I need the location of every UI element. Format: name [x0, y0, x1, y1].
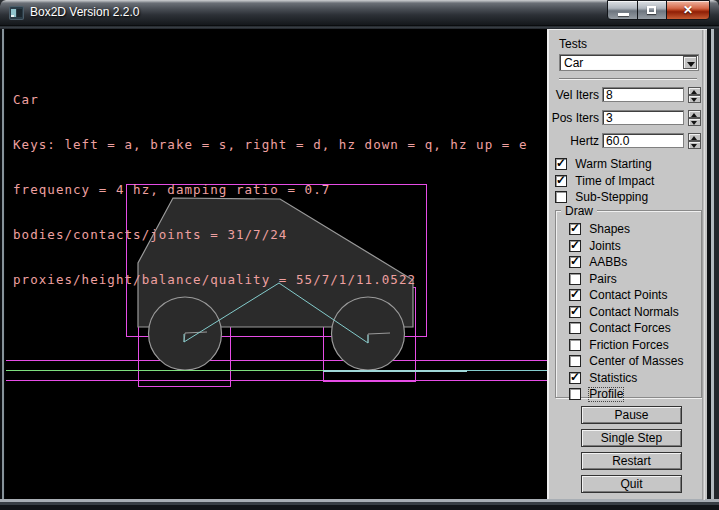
pause-button[interactable]: Pause: [581, 406, 682, 424]
hertz-stepper[interactable]: [688, 133, 701, 149]
maximize-button[interactable]: [637, 0, 667, 20]
contact-normals-label: Contact Normals: [589, 306, 678, 319]
hud-frequency: frequency = 4 hz, damping ratio = 0.7: [13, 182, 528, 197]
tests-label: Tests: [559, 37, 587, 51]
pairs-checkbox[interactable]: [569, 273, 581, 285]
action-buttons: Pause Single Step Restart Quit: [581, 406, 682, 498]
spinner-down-icon[interactable]: [688, 141, 701, 149]
statistics-checkbox[interactable]: [569, 372, 581, 384]
friction-forces-checkbox[interactable]: [569, 339, 581, 351]
maximize-icon: [647, 6, 656, 14]
hertz-input[interactable]: [602, 133, 684, 148]
statistics-label: Statistics: [589, 372, 637, 385]
contact-points-row[interactable]: Contact Points: [569, 289, 683, 301]
panel-right-groove: [702, 30, 705, 500]
pos-iters-input[interactable]: [602, 110, 684, 125]
minimize-button[interactable]: [607, 0, 638, 20]
app-window: Box2D Version 2.2.0 ✕: [0, 0, 719, 510]
titlebar[interactable]: Box2D Version 2.2.0 ✕: [0, 0, 719, 26]
window-title: Box2D Version 2.2.0: [30, 0, 139, 26]
vel-iters-input[interactable]: [602, 87, 684, 102]
quit-button[interactable]: Quit: [581, 475, 682, 493]
warm-starting-row[interactable]: Warm Starting: [555, 158, 654, 170]
contact-forces-checkbox[interactable]: [569, 322, 581, 334]
shapes-checkbox[interactable]: [569, 223, 581, 235]
time-of-impact-row[interactable]: Time of Impact: [555, 175, 654, 187]
joints-label: Joints: [589, 240, 620, 253]
hertz-label: Hertz: [549, 134, 599, 148]
app-icon: [9, 6, 24, 20]
warm-starting-label: Warm Starting: [575, 158, 651, 171]
tests-dropdown-button[interactable]: [683, 56, 697, 69]
contact-points-checkbox[interactable]: [569, 289, 581, 301]
vel-iters-label: Vel Iters: [549, 88, 599, 102]
debug-hud-text: Car Keys: left = a, brake = s, right = d…: [13, 62, 528, 317]
panel-separator: [559, 78, 697, 80]
friction-forces-row[interactable]: Friction Forces: [569, 339, 683, 351]
shapes-row[interactable]: Shapes: [569, 223, 683, 235]
hud-keys-help: Keys: left = a, brake = s, right = d, hz…: [13, 137, 528, 152]
statistics-row[interactable]: Statistics: [569, 372, 683, 384]
aabbs-label: AABBs: [589, 256, 627, 269]
close-icon: ✕: [667, 3, 709, 17]
joints-row[interactable]: Joints: [569, 240, 683, 252]
solver-options: Warm Starting Time of Impact Sub-Steppin…: [555, 158, 654, 208]
center-of-masses-label: Center of Masses: [589, 355, 683, 368]
hud-body-stats: bodies/contacts/joints = 31/7/24: [13, 227, 528, 242]
contact-normals-row[interactable]: Contact Normals: [569, 306, 683, 318]
single-step-button[interactable]: Single Step: [581, 429, 682, 447]
center-of-masses-checkbox[interactable]: [569, 355, 581, 367]
contact-normals-checkbox[interactable]: [569, 306, 581, 318]
minimize-icon: [618, 13, 629, 16]
control-panel: Tests Car Vel Iters Pos Iters: [547, 29, 707, 499]
sub-stepping-label: Sub-Stepping: [575, 191, 648, 204]
tests-dropdown[interactable]: Car: [559, 54, 699, 71]
spinner-down-icon[interactable]: [688, 95, 701, 103]
joints-checkbox[interactable]: [569, 240, 581, 252]
hud-test-name: Car: [13, 92, 528, 107]
profile-checkbox[interactable]: [569, 388, 581, 400]
sub-stepping-checkbox[interactable]: [555, 191, 567, 203]
pairs-row[interactable]: Pairs: [569, 273, 683, 285]
simulation-canvas[interactable]: Car Keys: left = a, brake = s, right = d…: [5, 29, 547, 499]
draw-group-label: Draw: [561, 204, 597, 218]
contact-forces-label: Contact Forces: [589, 322, 670, 335]
contact-points-label: Contact Points: [589, 289, 667, 302]
restart-button[interactable]: Restart: [581, 452, 682, 470]
profile-label: Profile: [589, 388, 623, 401]
pos-iters-label: Pos Iters: [549, 111, 599, 125]
window-frame-bottom: [0, 499, 719, 510]
draw-group: Draw Shapes Joints AABBs Pairs: [555, 210, 702, 398]
close-button[interactable]: ✕: [666, 0, 710, 20]
profile-row[interactable]: Profile: [569, 388, 683, 400]
solver-spinners: Vel Iters Pos Iters Hertz: [549, 87, 709, 156]
spinner-up-icon[interactable]: [688, 87, 701, 95]
contact-forces-row[interactable]: Contact Forces: [569, 322, 683, 334]
time-of-impact-checkbox[interactable]: [555, 175, 567, 187]
spinner-up-icon[interactable]: [688, 133, 701, 141]
shapes-label: Shapes: [589, 223, 630, 236]
aabbs-checkbox[interactable]: [569, 256, 581, 268]
pos-iters-stepper[interactable]: [688, 110, 701, 126]
vel-iters-stepper[interactable]: [688, 87, 701, 103]
pos-iters-row: Pos Iters: [549, 110, 709, 125]
hud-proxy-stats: proxies/height/balance/quality = 55/7/1/…: [13, 272, 528, 287]
spinner-up-icon[interactable]: [688, 110, 701, 118]
tests-selected-value: Car: [564, 56, 583, 70]
aabbs-row[interactable]: AABBs: [569, 256, 683, 268]
spinner-down-icon[interactable]: [688, 118, 701, 126]
chevron-down-icon: [687, 62, 695, 67]
friction-forces-label: Friction Forces: [589, 339, 668, 352]
warm-starting-checkbox[interactable]: [555, 158, 567, 170]
sub-stepping-row[interactable]: Sub-Stepping: [555, 191, 654, 203]
center-of-masses-row[interactable]: Center of Masses: [569, 355, 683, 367]
time-of-impact-label: Time of Impact: [575, 175, 654, 188]
draw-options: Shapes Joints AABBs Pairs Contact Points: [569, 223, 683, 405]
pairs-label: Pairs: [589, 273, 616, 286]
vel-iters-row: Vel Iters: [549, 87, 709, 102]
caption-buttons: ✕: [608, 0, 710, 20]
hertz-row: Hertz: [549, 133, 709, 148]
